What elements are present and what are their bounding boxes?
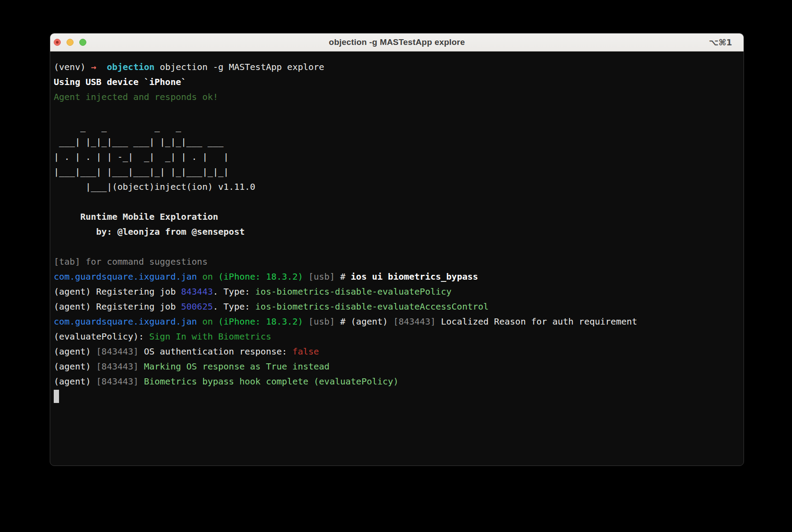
terminal-text-segment: | . | . | | -_| _| _| | . | | xyxy=(54,151,229,162)
terminal-line: ___| |_|_|___ ___| |_|_|___ ___ xyxy=(54,134,740,149)
terminal-line: com.guardsquare.ixguard.jan on (iPhone: … xyxy=(54,314,740,329)
terminal-text-segment: (agent) Registering job xyxy=(54,286,181,297)
terminal-text-segment xyxy=(303,271,308,282)
terminal-text-segment: _ _ _ _ xyxy=(54,122,181,132)
terminal-line: by: @leonjza from @sensepost xyxy=(54,224,740,239)
terminal-text-segment: Using USB device `iPhone` xyxy=(54,77,186,87)
terminal-text-segment: → xyxy=(91,62,96,72)
terminal-text-segment: [843443] xyxy=(96,361,138,372)
desktop: objection -g MASTestApp explore ⌥⌘1 (ven… xyxy=(0,0,792,532)
terminal-text-segment: |___|___| |___|___|_| |_|___|_|_| xyxy=(54,166,229,177)
terminal-line: (agent) Registering job 843443. Type: io… xyxy=(54,284,740,299)
terminal-text-segment: # xyxy=(335,316,351,327)
terminal-text-segment: (agent) xyxy=(54,346,96,357)
terminal-text-segment: (iPhone: 18.3.2) xyxy=(218,316,303,327)
terminal-line: [tab] for command suggestions xyxy=(54,254,740,269)
terminal-text-segment: by: @leonjza from @sensepost xyxy=(54,226,244,237)
terminal-text-segment: . Type: xyxy=(213,301,255,312)
terminal-text-segment: objection xyxy=(107,62,154,72)
terminal-text-segment: ___| |_|_|___ ___| |_|_|___ ___ xyxy=(54,137,223,147)
terminal-text-segment: on xyxy=(197,316,218,327)
terminal-line: | . | . | | -_| _| _| | . | | xyxy=(54,149,740,164)
terminal-text-segment: 500625 xyxy=(181,301,213,312)
terminal-line: Using USB device `iPhone` xyxy=(54,74,740,89)
titlebar[interactable]: objection -g MASTestApp explore ⌥⌘1 xyxy=(50,33,744,52)
terminal-text-segment: (agent) xyxy=(351,316,393,327)
terminal-line: |___|___| |___|___|_| |_|___|_|_| xyxy=(54,164,740,179)
terminal-text-segment: com.guardsquare.ixguard.jan xyxy=(54,271,197,282)
terminal-line xyxy=(54,389,740,404)
terminal-line: (agent) [843443] OS authentication respo… xyxy=(54,344,740,359)
terminal-line xyxy=(54,194,740,209)
terminal-text-segment: [843443] xyxy=(393,316,436,327)
terminal-text-segment: ios-biometrics-disable-evaluatePolicy xyxy=(255,286,452,297)
terminal-text-segment: (venv) xyxy=(54,62,91,72)
terminal-text-segment: ios-biometrics-disable-evaluateAccessCon… xyxy=(255,301,489,312)
terminal-text-segment: Biometrics bypass hook complete (evaluat… xyxy=(144,376,399,387)
terminal-text-segment: |___|(object)inject(ion) v1.11.0 xyxy=(54,181,255,192)
terminal-text-segment: Localized Reason for auth requirement xyxy=(436,316,637,327)
terminal-text-segment: (agent) Registering job xyxy=(54,301,181,312)
terminal-text-segment: Sign In with Biometrics xyxy=(149,331,271,342)
terminal-line: (agent) Registering job 500625. Type: io… xyxy=(54,299,740,314)
terminal-text-segment: ios ui biometrics_bypass xyxy=(351,271,478,282)
terminal-text-segment: [usb] xyxy=(308,271,335,282)
terminal-window: objection -g MASTestApp explore ⌥⌘1 (ven… xyxy=(50,33,744,466)
terminal-text-segment: (agent) xyxy=(54,361,96,372)
terminal-text-segment: (evaluatePolicy): xyxy=(54,331,149,342)
terminal-text-segment: # xyxy=(335,271,351,282)
terminal-line: |___|(object)inject(ion) v1.11.0 xyxy=(54,179,740,194)
terminal-text-segment: false xyxy=(292,346,319,357)
terminal-text-segment: on xyxy=(197,271,218,282)
terminal-text-segment: com.guardsquare.ixguard.jan xyxy=(54,316,197,327)
terminal-text-segment: [843443] xyxy=(96,376,138,387)
terminal-text-segment xyxy=(139,376,144,387)
terminal-screen[interactable]: (venv) → objection objection -g MASTestA… xyxy=(50,52,744,466)
keyboard-shortcut-label: ⌥⌘1 xyxy=(709,37,732,47)
terminal-text-segment: Runtime Mobile Exploration xyxy=(54,211,218,222)
terminal-text-segment: 843443 xyxy=(181,286,213,297)
terminal-text-segment: Agent injected and responds ok! xyxy=(54,92,218,102)
terminal-text-segment: Marking OS response as True instead xyxy=(144,361,329,372)
terminal-cursor xyxy=(54,390,59,403)
terminal-line: (venv) → objection objection -g MASTestA… xyxy=(54,59,740,74)
terminal-line: Runtime Mobile Exploration xyxy=(54,209,740,224)
terminal-text-segment xyxy=(96,62,107,72)
terminal-text-segment: objection -g MASTestApp explore xyxy=(155,62,324,72)
terminal-text-segment: (iPhone: 18.3.2) xyxy=(218,271,303,282)
terminal-text-segment: [843443] xyxy=(96,346,138,357)
terminal-text-segment: OS authentication response: xyxy=(139,346,292,357)
terminal-line: (evaluatePolicy): Sign In with Biometric… xyxy=(54,329,740,344)
window-title: objection -g MASTestApp explore xyxy=(50,37,744,47)
terminal-line: (agent) [843443] Marking OS response as … xyxy=(54,359,740,374)
terminal-line: _ _ _ _ xyxy=(54,119,740,134)
terminal-line: Agent injected and responds ok! xyxy=(54,89,740,104)
terminal-text-segment: [tab] for command suggestions xyxy=(54,256,207,267)
terminal-text-segment xyxy=(139,361,144,372)
terminal-line: com.guardsquare.ixguard.jan on (iPhone: … xyxy=(54,269,740,284)
terminal-line: (agent) [843443] Biometrics bypass hook … xyxy=(54,374,740,389)
terminal-text-segment: [usb] xyxy=(308,316,335,327)
terminal-line xyxy=(54,239,740,254)
terminal-text-segment: (agent) xyxy=(54,376,96,387)
terminal-line xyxy=(54,104,740,119)
terminal-text-segment: . Type: xyxy=(213,286,255,297)
terminal-text-segment xyxy=(303,316,308,327)
